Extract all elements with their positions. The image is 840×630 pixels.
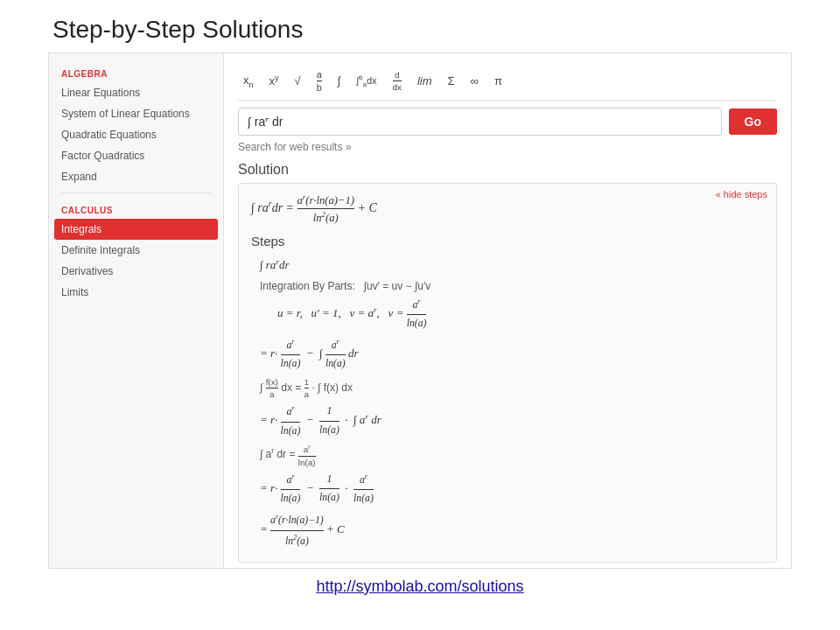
main-container: ALGEBRA Linear Equations System of Linea…	[48, 52, 792, 569]
sqrt-button[interactable]: √	[290, 73, 306, 89]
infinity-button[interactable]: ∞	[466, 73, 484, 89]
toolbar: xn xy √ ab ∫ ∫badx ddx lim Σ ∞ π	[238, 62, 777, 101]
integral-button[interactable]: ∫	[332, 73, 346, 89]
limit-button[interactable]: lim	[412, 73, 438, 89]
sidebar-item-quadratic[interactable]: Quadratic Equations	[49, 124, 223, 145]
sidebar-item-definite-integrals[interactable]: Definite Integrals	[49, 240, 223, 261]
sidebar: ALGEBRA Linear Equations System of Linea…	[49, 53, 224, 568]
sidebar-item-linear-equations[interactable]: Linear Equations	[49, 82, 223, 103]
pi-button[interactable]: π	[489, 73, 508, 89]
step-1: = r· arln(a) − ∫ arln(a) dr	[260, 336, 764, 373]
page-title: Step-by-Step Solutions	[0, 0, 840, 52]
step-const-label: ∫ f(x)a dx = 1a · ∫ f(x) dx	[260, 377, 764, 399]
step-ibp-label: Integration By Parts: ∫uv′ = uv − ∫u′v	[260, 280, 764, 292]
sidebar-item-factor[interactable]: Factor Quadratics	[49, 145, 223, 166]
solution-box: « hide steps ∫ rardr = ar(r·ln(a)−1) ln2…	[238, 183, 777, 563]
calculus-section-label: CALCULUS	[49, 199, 223, 219]
algebra-section-label: ALGEBRA	[49, 62, 223, 82]
fraction-button[interactable]: ab	[312, 67, 327, 94]
solution-label: Solution	[238, 162, 777, 178]
sidebar-divider	[61, 192, 211, 193]
step-4: = ar(r·ln(a)−1) ln2(a) + C	[260, 511, 764, 550]
web-results-link[interactable]: Search for web results »	[238, 141, 777, 153]
sidebar-item-expand[interactable]: Expand	[49, 166, 223, 187]
derivative-button[interactable]: ddx	[388, 68, 407, 94]
sidebar-item-integrals[interactable]: Integrals	[54, 219, 218, 240]
search-row: Go	[238, 108, 777, 136]
step-2: = r· arln(a) − 1ln(a) · ∫ ar dr	[260, 402, 764, 439]
symbolab-link[interactable]: http://symbolab.com/solutions	[316, 578, 523, 595]
superscript-button[interactable]: xy	[264, 72, 284, 89]
main-content: xn xy √ ab ∫ ∫badx ddx lim Σ ∞ π Go Sear…	[224, 53, 791, 568]
definite-integral-button[interactable]: ∫badx	[351, 72, 382, 90]
hide-steps-link[interactable]: « hide steps	[716, 189, 767, 200]
step-integral: ∫ rardr	[260, 256, 764, 275]
subscript-button[interactable]: xn	[238, 72, 259, 91]
sum-button[interactable]: Σ	[443, 73, 460, 89]
sidebar-item-derivatives[interactable]: Derivatives	[49, 261, 223, 282]
sidebar-item-limits[interactable]: Limits	[49, 282, 223, 303]
step-ar-label: ∫ ar dr = arln(a)	[260, 444, 764, 466]
solution-formula: ∫ rardr = ar(r·ln(a)−1) ln2(a) + C	[251, 192, 764, 225]
go-button[interactable]: Go	[729, 108, 777, 135]
search-input[interactable]	[238, 108, 722, 136]
sidebar-item-system-linear[interactable]: System of Linear Equations	[49, 103, 223, 124]
steps-label: Steps	[251, 234, 764, 248]
step-vars: u = r, u′ = 1, v = ar, v = arln(a)	[277, 296, 764, 332]
step-3: = r· arln(a) − 1ln(a) · arln(a)	[260, 471, 764, 508]
footer-link[interactable]: http://symbolab.com/solutions	[0, 569, 840, 599]
